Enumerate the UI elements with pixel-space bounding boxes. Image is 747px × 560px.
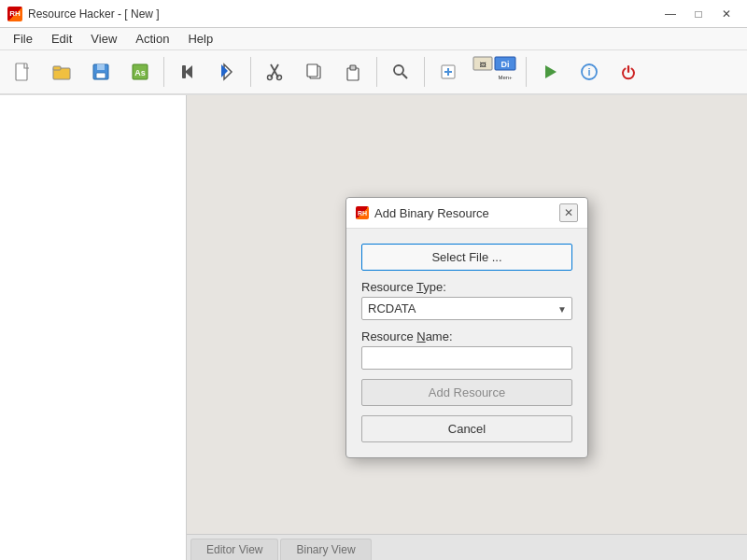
power-button[interactable] xyxy=(610,53,647,91)
open-button[interactable] xyxy=(43,53,80,91)
new-button[interactable] xyxy=(4,53,41,91)
sep3 xyxy=(376,57,377,87)
add-binary-resource-dialog: RH Add Binary Resource ✕ Select File ...… xyxy=(345,197,588,458)
minimize-button[interactable]: — xyxy=(657,5,684,23)
svg-line-21 xyxy=(402,74,407,78)
svg-rect-2 xyxy=(53,66,61,70)
main-area: RH Add Binary Resource ✕ Select File ...… xyxy=(0,95,747,560)
add-resource-button: Add Resource xyxy=(361,379,572,406)
close-button[interactable]: ✕ xyxy=(713,5,740,23)
svg-marker-8 xyxy=(185,65,192,78)
save-button[interactable] xyxy=(82,53,120,91)
saveas-button[interactable]: As xyxy=(121,53,159,91)
toolbar: As Di 🖼 Men+ xyxy=(0,50,747,95)
dialog-close-button[interactable]: ✕ xyxy=(559,203,578,222)
find-button[interactable] xyxy=(382,53,419,91)
paste-button[interactable] xyxy=(334,53,372,91)
copy-button[interactable] xyxy=(295,53,332,91)
editor-content: RH Add Binary Resource ✕ Select File ...… xyxy=(187,95,747,534)
menu-action[interactable]: Action xyxy=(126,30,178,48)
maximize-button[interactable]: □ xyxy=(685,5,712,23)
sep1 xyxy=(163,57,164,87)
dialog-titlebar: RH Add Binary Resource ✕ xyxy=(346,198,587,229)
forward-button[interactable] xyxy=(208,53,246,91)
menu-edit[interactable]: Edit xyxy=(42,30,81,48)
title-bar-controls: — □ ✕ xyxy=(657,5,740,23)
svg-rect-0 xyxy=(16,63,27,80)
resource-name-field: Resource Name: xyxy=(361,329,572,370)
svg-rect-9 xyxy=(182,65,186,78)
cancel-button[interactable]: Cancel xyxy=(361,415,572,442)
info-button[interactable]: i xyxy=(571,53,608,91)
resource-type-dropdown-wrap: RCDATA BINARY CURSOR BITMAP ICON MENU DI… xyxy=(361,297,572,320)
svg-rect-17 xyxy=(307,64,317,77)
svg-rect-4 xyxy=(97,64,105,70)
resource-name-input[interactable] xyxy=(361,346,572,370)
title-bar-left: RH Resource Hacker - [ New ] xyxy=(7,7,160,21)
svg-text:As: As xyxy=(134,68,146,77)
dialog-body: Select File ... Resource Type: RCDATA BI… xyxy=(346,229,587,457)
dialog-title-left: RH Add Binary Resource xyxy=(356,206,489,220)
menu-help[interactable]: Help xyxy=(178,30,222,48)
resource-type-field: Resource Type: RCDATA BINARY CURSOR BITM… xyxy=(361,280,572,320)
sep5 xyxy=(526,57,527,87)
back-button[interactable] xyxy=(169,53,206,91)
menu-bar: File Edit View Action Help xyxy=(0,28,747,50)
sidebar xyxy=(0,95,187,560)
svg-text:Di: Di xyxy=(501,60,510,69)
add-resource-toolbar-button[interactable] xyxy=(430,53,467,91)
svg-point-14 xyxy=(268,76,273,80)
svg-point-15 xyxy=(277,76,282,80)
content-area: RH Add Binary Resource ✕ Select File ...… xyxy=(187,95,747,560)
title-bar: RH Resource Hacker - [ New ] — □ ✕ xyxy=(0,0,747,28)
svg-text:Men+: Men+ xyxy=(498,75,513,80)
dialog-title: Add Binary Resource xyxy=(374,206,489,220)
resource-type-select[interactable]: RCDATA BINARY CURSOR BITMAP ICON MENU DI… xyxy=(361,297,572,320)
select-file-button[interactable]: Select File ... xyxy=(361,244,572,271)
resource-type-label: Resource Type: xyxy=(361,280,572,294)
svg-text:🖼: 🖼 xyxy=(480,62,486,68)
dialog-icon: RH xyxy=(356,206,369,219)
menu-file[interactable]: File xyxy=(4,30,42,48)
menu-view[interactable]: View xyxy=(81,30,126,48)
dialog-menu-button[interactable]: Di 🖼 Men+ xyxy=(469,53,521,91)
sep2 xyxy=(250,57,251,87)
svg-marker-30 xyxy=(545,65,557,78)
app-icon: RH xyxy=(7,7,22,21)
svg-rect-19 xyxy=(350,65,356,70)
window-title: Resource Hacker - [ New ] xyxy=(28,7,160,21)
dialog-overlay: RH Add Binary Resource ✕ Select File ...… xyxy=(187,95,747,560)
svg-point-20 xyxy=(394,65,403,75)
cut-button[interactable] xyxy=(256,53,293,91)
resource-name-label: Resource Name: xyxy=(361,329,572,343)
svg-rect-5 xyxy=(96,73,106,78)
svg-text:i: i xyxy=(587,66,590,77)
run-button[interactable] xyxy=(531,53,569,91)
sep4 xyxy=(424,57,425,87)
